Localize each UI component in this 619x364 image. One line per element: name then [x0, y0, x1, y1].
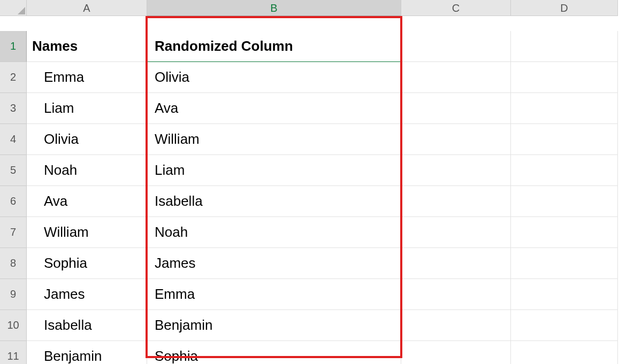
cell-a5[interactable]: Noah — [27, 155, 147, 186]
row-header-7[interactable]: 7 — [0, 217, 27, 248]
cell-b8[interactable]: James — [147, 248, 401, 279]
select-all-corner[interactable] — [0, 0, 27, 16]
cell-c5[interactable] — [401, 155, 511, 186]
row-header-4[interactable]: 4 — [0, 124, 27, 155]
cell-c6[interactable] — [401, 186, 511, 217]
cell-b9[interactable]: Emma — [147, 279, 401, 310]
cell-a8[interactable]: Sophia — [27, 248, 147, 279]
cell-a1[interactable]: Names — [27, 31, 147, 62]
cell-d6[interactable] — [511, 186, 618, 217]
cell-a4[interactable]: Olivia — [27, 124, 147, 155]
cell-d11[interactable] — [511, 341, 618, 364]
cell-c7[interactable] — [401, 217, 511, 248]
cell-a9[interactable]: James — [27, 279, 147, 310]
cell-c8[interactable] — [401, 248, 511, 279]
cell-b6[interactable]: Isabella — [147, 186, 401, 217]
cell-a6[interactable]: Ava — [27, 186, 147, 217]
cell-c4[interactable] — [401, 124, 511, 155]
cell-c9[interactable] — [401, 279, 511, 310]
cell-b3[interactable]: Ava — [147, 93, 401, 124]
row-header-6[interactable]: 6 — [0, 186, 27, 217]
cell-b11[interactable]: Sophia — [147, 341, 401, 364]
row-header-11[interactable]: 11 — [0, 341, 27, 364]
cell-d1[interactable] — [511, 31, 618, 62]
cell-c1[interactable] — [401, 31, 511, 62]
cell-b10[interactable]: Benjamin — [147, 310, 401, 341]
cell-d4[interactable] — [511, 124, 618, 155]
cell-d7[interactable] — [511, 217, 618, 248]
cell-d8[interactable] — [511, 248, 618, 279]
cell-d5[interactable] — [511, 155, 618, 186]
cell-d9[interactable] — [511, 279, 618, 310]
row-header-10[interactable]: 10 — [0, 310, 27, 341]
cell-c2[interactable] — [401, 62, 511, 93]
select-all-triangle-icon — [18, 7, 25, 14]
cell-d10[interactable] — [511, 310, 618, 341]
cell-b1[interactable]: Randomized Column — [147, 31, 401, 62]
cell-c3[interactable] — [401, 93, 511, 124]
svg-marker-0 — [18, 7, 25, 14]
cell-a2[interactable]: Emma — [27, 62, 147, 93]
cell-b7[interactable]: Noah — [147, 217, 401, 248]
cell-d2[interactable] — [511, 62, 618, 93]
column-header-d[interactable]: D — [511, 0, 618, 16]
spreadsheet-grid: A B C D 1 Names Randomized Column 2 Emma… — [0, 0, 619, 364]
cell-a10[interactable]: Isabella — [27, 310, 147, 341]
row-header-3[interactable]: 3 — [0, 93, 27, 124]
cell-b4[interactable]: William — [147, 124, 401, 155]
column-header-b[interactable]: B — [147, 0, 401, 16]
column-header-c[interactable]: C — [401, 0, 511, 16]
cell-b5[interactable]: Liam — [147, 155, 401, 186]
row-header-8[interactable]: 8 — [0, 248, 27, 279]
cell-b2[interactable]: Olivia — [147, 62, 401, 93]
row-header-9[interactable]: 9 — [0, 279, 27, 310]
cell-c11[interactable] — [401, 341, 511, 364]
cell-a7[interactable]: William — [27, 217, 147, 248]
row-header-5[interactable]: 5 — [0, 155, 27, 186]
cell-a3[interactable]: Liam — [27, 93, 147, 124]
column-header-a[interactable]: A — [27, 0, 147, 16]
cell-d3[interactable] — [511, 93, 618, 124]
row-header-2[interactable]: 2 — [0, 62, 27, 93]
row-header-1[interactable]: 1 — [0, 31, 27, 62]
cell-c10[interactable] — [401, 310, 511, 341]
cell-a11[interactable]: Benjamin — [27, 341, 147, 364]
